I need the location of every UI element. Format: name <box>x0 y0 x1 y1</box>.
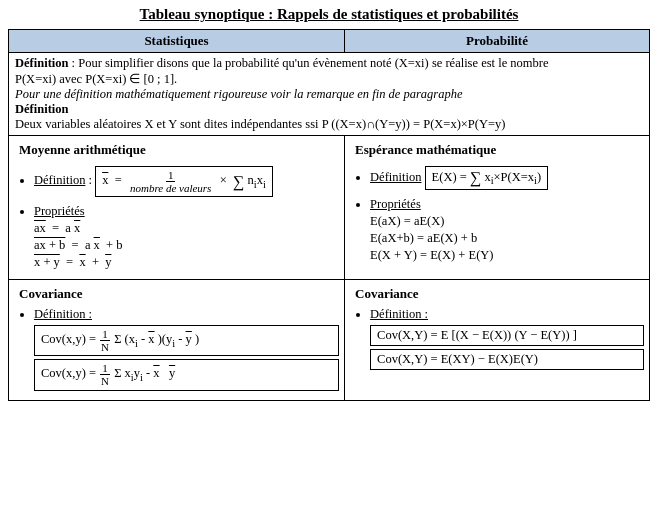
page: Tableau synoptique : Rappels de statisti… <box>0 0 658 407</box>
def-cov1-label: Définition : <box>34 307 92 321</box>
esperance-title: Espérance mathématique <box>350 139 644 161</box>
def-moyenne-label: Définition <box>34 173 85 187</box>
header-statistiques: Statistiques <box>9 30 345 53</box>
frac-cov1b: 1 N <box>99 362 111 387</box>
def-text-2: P(X=xi) avec P(X=xi) ∈ [0 ; 1]. <box>15 72 177 86</box>
page-title: Tableau synoptique : Rappels de statisti… <box>8 6 650 23</box>
formula-esperance: E(X) = ∑ xi×P(X=xi) <box>425 166 549 190</box>
formula-axb: ax + b = a x + b <box>34 238 339 253</box>
props-esperance-label: Propriétés <box>370 197 421 211</box>
frac-cov1: 1 N <box>99 328 111 353</box>
x-bar: x <box>102 173 108 187</box>
table-row-definition: Définition : Pour simplifier disons que … <box>9 53 650 136</box>
def-text-3: Deux variables aléatoires X et Y sont di… <box>15 117 505 131</box>
cell-esperance: Espérance mathématique Définition E(X) =… <box>345 136 650 280</box>
covariance-title-2: Covariance <box>350 283 644 305</box>
formula-cov1a: Cov(x,y) = 1 N Σ (xi - x )(yi - y ) <box>34 325 339 356</box>
list-item-def-moyenne: Définition : x = 1 nombre de valeurs × ∑ <box>34 163 339 200</box>
def-esperance-label: Définition <box>370 170 421 184</box>
list-item-def-cov1: Définition : Cov(x,y) = 1 N Σ (xi - x )(… <box>34 307 339 390</box>
header-probabilite: Probabilité <box>345 30 650 53</box>
cell-covariance-2: Covariance Définition : Cov(X,Y) = E [(X… <box>345 280 650 400</box>
eaxb: E(aX+b) = aE(X) + b <box>370 231 644 246</box>
main-table: Statistiques Probabilité Définition : Po… <box>8 29 650 401</box>
def-text-1: : Pour simplifier disons que la probabil… <box>68 56 548 70</box>
sum-symbol-2: ∑ <box>470 169 481 186</box>
formula-cov2a: Cov(X,Y) = E [(X − E(X)) (Y − E(Y)) ] <box>370 325 644 346</box>
table-header-row: Statistiques Probabilité <box>9 30 650 53</box>
sum-symbol-1: ∑ <box>233 173 244 190</box>
covariance-title-1: Covariance <box>14 283 339 305</box>
formula-cov2b: Cov(X,Y) = E(XY) − E(X)E(Y) <box>370 349 644 370</box>
table-row-covariance: Covariance Définition : Cov(x,y) = 1 N Σ… <box>9 280 650 400</box>
cell-moyenne: Moyenne arithmétique Définition : x = 1 … <box>9 136 345 280</box>
definition-cell: Définition : Pour simplifier disons que … <box>9 53 650 136</box>
expy: E(X + Y) = E(X) + E(Y) <box>370 248 644 263</box>
list-item-props-esperance: Propriétés E(aX) = aE(X) E(aX+b) = aE(X)… <box>370 197 644 263</box>
eax: E(aX) = aE(X) <box>370 214 644 229</box>
formula-ax: ax = a x <box>34 221 339 236</box>
table-row-moyenne-esperance: Moyenne arithmétique Définition : x = 1 … <box>9 136 650 280</box>
def-italic: Pour une définition mathématiquement rig… <box>15 87 463 101</box>
list-item-def-esperance: Définition E(X) = ∑ xi×P(X=xi) <box>370 163 644 193</box>
cell-covariance-1: Covariance Définition : Cov(x,y) = 1 N Σ… <box>9 280 345 400</box>
def-cov2-label: Définition : <box>370 307 428 321</box>
props-moyenne-label: Propriétés <box>34 204 85 218</box>
list-item-def-cov2: Définition : Cov(X,Y) = E [(X − E(X)) (Y… <box>370 307 644 370</box>
list-item-props-moyenne: Propriétés ax = a x ax + b = a x + b <box>34 204 339 270</box>
moyenne-title: Moyenne arithmétique <box>14 139 339 161</box>
formula-cov1b: Cov(x,y) = 1 N Σ xiyi - x y <box>34 359 339 390</box>
formula-xpy: x + y = x + y <box>34 255 339 270</box>
frac-1-n: 1 nombre de valeurs <box>128 169 213 194</box>
formula-moyenne: x = 1 nombre de valeurs × ∑ nixi <box>95 166 273 197</box>
def-label-2: Définition <box>15 102 68 116</box>
def-label-1: Définition <box>15 56 68 70</box>
